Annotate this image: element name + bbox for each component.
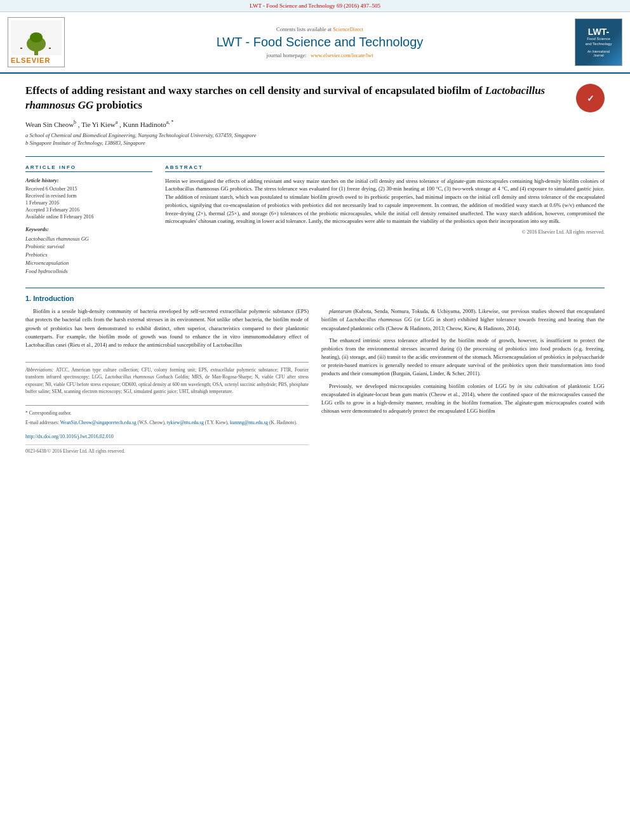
author3-sup: a, * (166, 119, 174, 125)
keyword-1: Lactobacillus rhamnosus GG (25, 235, 152, 243)
email1[interactable]: WeanSin.Cheow@singaporetech.edu.sg (60, 420, 137, 425)
intro-right-para2: The enhanced intrinsic stress tolerance … (321, 337, 605, 378)
accepted-date: Accepted 3 February 2016 (25, 207, 152, 213)
article-title-text: Effects of adding resistant and waxy sta… (25, 84, 485, 97)
affiliation-a: a School of Chemical and Biomedical Engi… (25, 132, 605, 138)
intro-right-para3: Previously, we developed microcapsules c… (321, 382, 605, 416)
email2[interactable]: tykiew@ntu.edu.sg (167, 420, 204, 425)
main-content: Effects of adding resistant and waxy sta… (0, 74, 630, 468)
intro-right-para1: plantarum (Kubota, Senda, Nomura, Tokuda… (321, 307, 605, 333)
article-title-end: probiotics (93, 99, 142, 111)
email3-name: (K. Hadinoto). (269, 420, 297, 425)
abstract-text: Herein we investigated the effects of ad… (165, 177, 605, 226)
elsevier-brand-text: ELSEVIER (11, 57, 62, 64)
lwt-logo: LWT- Food Scienceand Technology An Inter… (575, 18, 622, 66)
revised-date: 1 February 2016 (25, 200, 152, 206)
journal-title: LWT - Food Science and Technology (65, 35, 575, 50)
article-info-column: ARTICLE INFO Article history: Received 6… (25, 164, 152, 276)
corresponding-text: * Corresponding author. (25, 410, 309, 417)
keyword-4: Microencapsulation (25, 259, 152, 267)
keyword-3: Prebiotics (25, 251, 152, 259)
author1-name: Wean Sin Cheow (25, 121, 74, 128)
homepage-link[interactable]: www.elsevier.com/locate/lwt (311, 52, 373, 58)
crossmark-badge: ✓ (576, 84, 605, 112)
abstract-heading: ABSTRACT (165, 164, 605, 172)
introduction-heading: 1. Introduction (25, 295, 605, 302)
abbreviations-text: ATCC, American type culture collection; … (25, 367, 309, 394)
email1-name: (W.S. Cheow), (138, 420, 166, 425)
article-history-label: Article history: (25, 177, 152, 183)
author2-sup: a (116, 119, 118, 125)
elsevier-image (11, 20, 62, 55)
article-info-heading: ARTICLE INFO (25, 164, 152, 172)
introduction-section: 1. Introduction Biofilm is a sessile hig… (25, 288, 605, 455)
elsevier-logo: ELSEVIER (8, 17, 65, 67)
author2-name: , Tie Yi Kiew (78, 121, 116, 128)
available-date: Available online 8 February 2016 (25, 214, 152, 220)
email-line: E-mail addresses: WeanSin.Cheow@singapor… (25, 419, 309, 426)
corresponding-footnote: * Corresponding author. E-mail addresses… (25, 405, 309, 427)
crossmark-icon: ✓ (581, 89, 600, 108)
authors-line: Wean Sin Cheowb , Tie Yi Kiewa , Kunn Ha… (25, 119, 605, 128)
author3-name: , Kunn Hadinoto (119, 121, 166, 128)
keyword-2: Probiotic survival (25, 243, 152, 251)
sciencedirect-link[interactable]: ScienceDirect (333, 26, 363, 32)
keywords-list: Lactobacillus rhamnosus GG Probiotic sur… (25, 235, 152, 276)
journal-citation-text: LWT - Food Science and Technology 69 (20… (250, 3, 380, 9)
introduction-body: Biofilm is a sessile high-density commun… (25, 307, 605, 455)
issn-bar: 0023-6438/© 2016 Elsevier Ltd. All right… (25, 444, 309, 455)
article-info-abstract-section: ARTICLE INFO Article history: Received 6… (25, 156, 605, 276)
email-label: E-mail addresses: (25, 420, 59, 425)
abbreviations-label: Abbreviations: (25, 367, 56, 373)
intro-para1: Biofilm is a sessile high-density commun… (25, 307, 309, 349)
homepage-line: journal homepage: www.elsevier.com/locat… (65, 52, 575, 58)
article-title-container: Effects of adding resistant and waxy sta… (25, 84, 605, 113)
email3[interactable]: kunnng@ntu.edu.sg (230, 420, 268, 425)
journal-header: ELSEVIER Contents lists available at Sci… (0, 12, 630, 74)
journal-center-info: Contents lists available at ScienceDirec… (65, 26, 575, 58)
copyright-line: © 2016 Elsevier Ltd. All rights reserved… (165, 229, 605, 235)
lwt-logo-subtext: Food Scienceand Technology (586, 37, 612, 47)
intro-right-col: plantarum (Kubota, Senda, Nomura, Tokuda… (321, 307, 605, 455)
svg-point-2 (30, 32, 43, 43)
svg-text:✓: ✓ (587, 93, 594, 103)
intro-left-col: Biofilm is a sessile high-density commun… (25, 307, 309, 455)
footnote-section: Abbreviations: ATCC, American type cultu… (25, 362, 309, 455)
received-date: Received 6 October 2015 (25, 186, 152, 192)
journal-citation-bar: LWT - Food Science and Technology 69 (20… (0, 0, 630, 12)
email2-name: (T.Y. Kiew), (205, 420, 229, 425)
affiliation-b: b Singapore Institute of Technology, 138… (25, 140, 605, 146)
lwt-logo-text: LWT- (588, 27, 609, 37)
sciencedirect-line: Contents lists available at ScienceDirec… (65, 26, 575, 32)
svg-rect-4 (49, 48, 51, 49)
doi-link[interactable]: http://dx.doi.org/10.1016/j.lwt.2016.02.… (25, 433, 309, 441)
abbreviations-footnote: Abbreviations: ATCC, American type cultu… (25, 362, 309, 395)
received-revised-label: Received in revised form (25, 193, 152, 199)
keyword-5: Food hydrocolloids (25, 267, 152, 276)
abstract-column: ABSTRACT Herein we investigated the effe… (165, 164, 605, 276)
elsevier-tree-icon (14, 30, 58, 55)
keywords-label: Keywords: (25, 226, 152, 232)
lwt-logo-detail: An InternationalJournal (587, 50, 610, 58)
author1-sup: b (74, 119, 76, 125)
svg-rect-3 (20, 48, 22, 49)
abstract-body: Herein we investigated the effects of ad… (165, 178, 605, 225)
